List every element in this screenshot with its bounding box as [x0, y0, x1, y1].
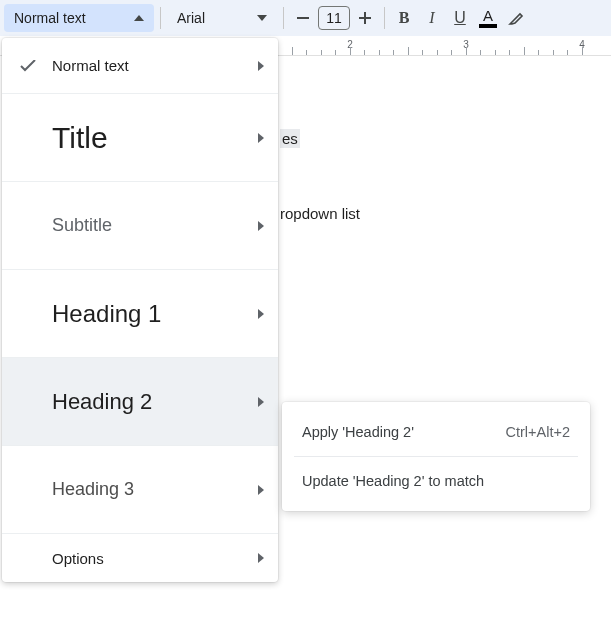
toolbar: Normal text Arial 11 B I U A — [0, 0, 611, 36]
style-option-title[interactable]: Title — [2, 94, 278, 182]
separator — [283, 7, 284, 29]
separator — [160, 7, 161, 29]
chevron-right-icon — [258, 133, 264, 143]
style-label: Subtitle — [40, 215, 258, 236]
svg-rect-0 — [297, 17, 309, 19]
style-option-heading-1[interactable]: Heading 1 — [2, 270, 278, 358]
style-label: Heading 2 — [40, 389, 258, 415]
submenu-label: Apply 'Heading 2' — [302, 424, 414, 440]
minus-icon — [297, 17, 309, 19]
increase-font-size-button[interactable] — [352, 5, 378, 31]
paragraph-styles-menu: Normal text Title Subtitle Heading 1 Hea… — [2, 38, 278, 582]
style-label: Normal text — [40, 57, 258, 74]
font-family-label: Arial — [177, 10, 205, 26]
submenu-label: Update 'Heading 2' to match — [302, 473, 484, 489]
style-option-subtitle[interactable]: Subtitle — [2, 182, 278, 270]
highlight-color-button[interactable] — [503, 5, 529, 31]
highlighter-icon — [507, 9, 525, 27]
paragraph-style-dropdown[interactable]: Normal text — [4, 4, 154, 32]
keyboard-shortcut: Ctrl+Alt+2 — [506, 424, 570, 440]
chevron-right-icon — [258, 397, 264, 407]
style-option-options[interactable]: Options — [2, 534, 278, 582]
plus-icon — [359, 12, 371, 24]
check-icon — [16, 60, 40, 72]
text-color-button[interactable]: A — [475, 5, 501, 31]
update-heading-2-item[interactable]: Update 'Heading 2' to match — [282, 459, 590, 503]
decrease-font-size-button[interactable] — [290, 5, 316, 31]
italic-button[interactable]: I — [419, 5, 445, 31]
bold-button[interactable]: B — [391, 5, 417, 31]
svg-rect-2 — [359, 17, 371, 19]
style-option-normal-text[interactable]: Normal text — [2, 38, 278, 94]
font-size-input[interactable]: 11 — [318, 6, 350, 30]
separator — [384, 7, 385, 29]
paragraph-style-label: Normal text — [14, 10, 86, 26]
font-family-dropdown[interactable]: Arial — [167, 4, 277, 32]
font-size-value: 11 — [326, 10, 342, 26]
style-label: Title — [40, 121, 258, 155]
style-label: Heading 1 — [40, 300, 258, 328]
style-option-heading-2[interactable]: Heading 2 — [2, 358, 278, 446]
document-text: ropdown list — [280, 205, 360, 222]
underline-button[interactable]: U — [447, 5, 473, 31]
chevron-right-icon — [258, 221, 264, 231]
chevron-right-icon — [258, 485, 264, 495]
chevron-right-icon — [258, 309, 264, 319]
text-color-icon: A — [479, 8, 497, 28]
chevron-up-icon — [134, 15, 144, 21]
document-text-highlight: es — [280, 129, 300, 148]
chevron-right-icon — [258, 61, 264, 71]
style-label: Options — [40, 550, 258, 567]
heading-2-submenu: Apply 'Heading 2' Ctrl+Alt+2 Update 'Hea… — [282, 402, 590, 511]
style-option-heading-3[interactable]: Heading 3 — [2, 446, 278, 534]
apply-heading-2-item[interactable]: Apply 'Heading 2' Ctrl+Alt+2 — [282, 410, 590, 454]
style-label: Heading 3 — [40, 479, 258, 500]
chevron-down-icon — [257, 15, 267, 21]
document-content[interactable]: es ropdown list — [280, 130, 360, 222]
chevron-right-icon — [258, 553, 264, 563]
separator — [294, 456, 578, 457]
